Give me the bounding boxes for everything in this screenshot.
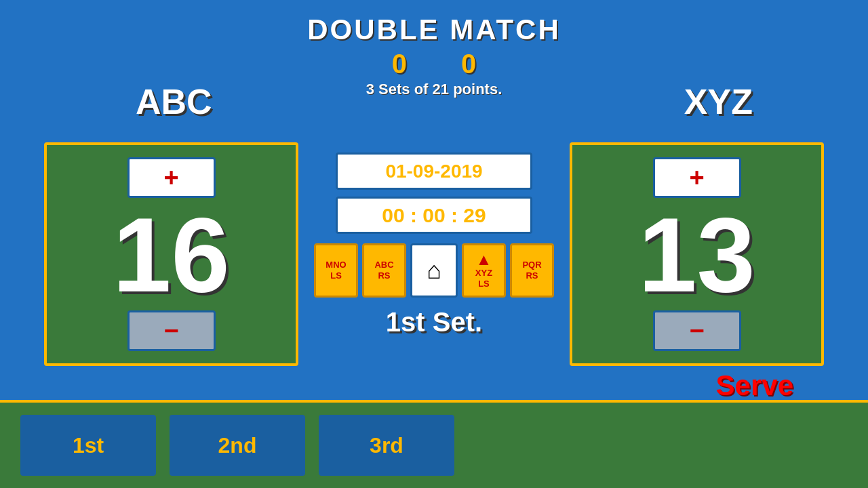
right-score-number: 13 <box>572 203 821 308</box>
timer-display: 00 : 00 : 29 <box>336 197 532 234</box>
right-score-panel: + 13 − <box>570 142 824 366</box>
tab-2nd[interactable]: 2nd <box>170 415 305 476</box>
team-abc-label: ABC <box>136 81 212 122</box>
right-plus-icon: + <box>689 165 704 190</box>
left-score-panel: + 16 − <box>44 142 298 366</box>
pqr-rs-button[interactable]: PQRRS <box>510 243 554 298</box>
tab-2nd-label: 2nd <box>218 433 257 458</box>
abc-rs-label: ABCRS <box>374 260 393 281</box>
left-plus-icon: + <box>163 165 178 190</box>
left-minus-button[interactable]: − <box>127 310 216 351</box>
team-xyz-label: XYZ <box>684 81 753 122</box>
arrow-up-icon: ▲ <box>476 251 492 268</box>
set-scores-row: 0 0 <box>0 49 868 79</box>
left-minus-icon: − <box>163 318 178 344</box>
set-score-right: 0 <box>461 49 476 79</box>
right-plus-button[interactable]: + <box>653 157 741 198</box>
home-icon: ⌂ <box>427 256 441 285</box>
pqr-rs-label: PQRRS <box>522 260 541 281</box>
set-score-left: 0 <box>392 49 407 79</box>
mno-ls-button[interactable]: MNOLS <box>314 243 358 298</box>
right-minus-icon: − <box>689 318 704 344</box>
mno-ls-label: MNOLS <box>326 260 346 281</box>
timer-text: 00 : 00 : 29 <box>382 204 486 227</box>
xyz-ls-label: XYZLS <box>475 268 492 289</box>
bottom-bar: 1st 2nd 3rd <box>0 400 868 488</box>
tab-1st-label: 1st <box>73 433 104 458</box>
left-score-number: 16 <box>47 203 296 308</box>
left-plus-button[interactable]: + <box>127 157 216 198</box>
match-title: DOUBLE MATCH <box>0 14 868 46</box>
tab-3rd-label: 3rd <box>370 433 403 458</box>
date-text: 01-09-2019 <box>385 161 482 182</box>
center-panel: 01-09-2019 00 : 00 : 29 MNOLS ABCRS ⌂ ▲ … <box>314 152 554 338</box>
abc-rs-button[interactable]: ABCRS <box>362 243 406 298</box>
date-display: 01-09-2019 <box>336 152 532 190</box>
right-minus-button[interactable]: − <box>653 310 741 351</box>
serve-label: Serve <box>716 369 793 402</box>
set-label: 1st Set. <box>386 307 482 338</box>
xyz-ls-button[interactable]: ▲ XYZLS <box>462 243 506 298</box>
home-button[interactable]: ⌂ <box>410 243 458 298</box>
tab-1st[interactable]: 1st <box>20 415 156 476</box>
action-buttons-row: MNOLS ABCRS ⌂ ▲ XYZLS PQRRS <box>314 243 554 298</box>
tab-3rd[interactable]: 3rd <box>319 415 454 476</box>
